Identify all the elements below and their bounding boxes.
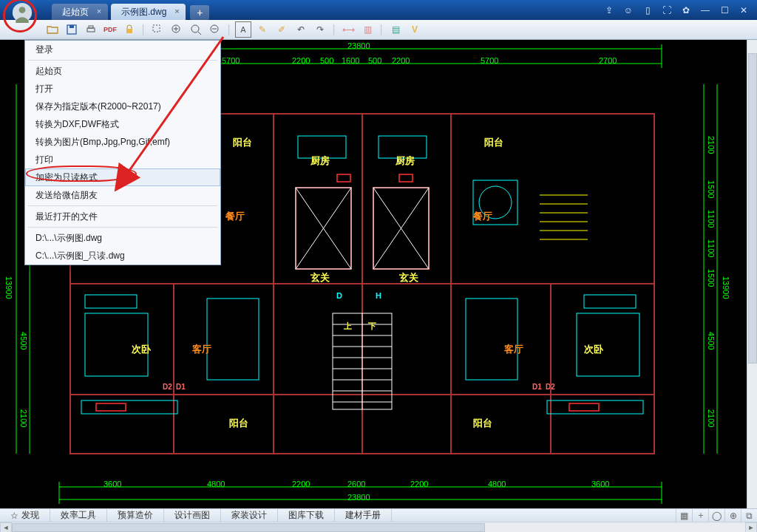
separator: │ <box>140 21 146 38</box>
zoom-out-icon[interactable] <box>207 21 223 38</box>
close-window-icon[interactable]: ✕ <box>738 5 750 16</box>
vertical-scrollbar[interactable] <box>747 40 757 508</box>
close-icon[interactable]: × <box>172 7 181 16</box>
print-icon[interactable] <box>83 21 99 38</box>
dim-label: 4800 <box>207 480 225 488</box>
status-efficiency[interactable]: 效率工具 <box>50 509 107 522</box>
separator: │ <box>226 21 232 38</box>
svg-rect-64 <box>337 174 350 182</box>
menu-recent-2[interactable]: C:\...\示例图_只读.dwg <box>25 247 220 265</box>
status-design[interactable]: 设计画图 <box>164 509 221 522</box>
menu-convert-image[interactable]: 转换为图片(Bmp,Jpg,Png,Gif,emf) <box>25 133 220 151</box>
measure-icon[interactable]: ⟷ <box>340 21 356 38</box>
star-icon: ☆ <box>10 511 18 521</box>
menu-login[interactable]: 登录 <box>25 41 220 58</box>
layers-icon[interactable]: ▤ <box>387 21 404 38</box>
zoom-window-icon[interactable] <box>149 21 166 38</box>
tab-label: 示例图.dwg <box>121 6 166 18</box>
room-label-balcony: 阳台 <box>484 136 503 149</box>
zoom-fit-icon[interactable] <box>188 21 204 38</box>
minimize-icon[interactable]: — <box>699 5 711 16</box>
room-label-kitchen: 厨房 <box>310 154 330 168</box>
open-icon[interactable] <box>44 21 61 38</box>
dim-label: 1100 <box>707 239 716 257</box>
scrollbar-thumb[interactable] <box>12 523 485 532</box>
pdf-icon[interactable]: PDF <box>102 21 118 38</box>
dim-label: 4500 <box>19 332 28 349</box>
circle-icon[interactable]: ◯ <box>708 509 724 522</box>
dim-label: 2200 <box>410 480 428 488</box>
dim-label: 2600 <box>347 480 365 488</box>
room-label-balcony: 阳台 <box>473 417 492 430</box>
target-icon[interactable]: ⊕ <box>724 509 741 522</box>
scrollbar-thumb[interactable] <box>748 53 757 364</box>
menu-send-wechat[interactable]: 发送给微信朋友 <box>25 186 220 204</box>
status-home-design[interactable]: 家装设计 <box>221 509 278 522</box>
close-icon[interactable]: × <box>95 7 103 16</box>
fullscreen-icon[interactable]: ⛶ <box>661 5 673 16</box>
dim-label: 2200 <box>292 56 310 65</box>
titlebar: 起始页 × 示例图.dwg × + ⇪ ☺ ▯ ⛶ ✿ — ☐ ✕ <box>0 0 757 20</box>
status-budget[interactable]: 预算造价 <box>107 509 164 522</box>
tab-label: 起始页 <box>62 6 89 18</box>
dim-label: 1500 <box>707 180 716 198</box>
add-tab-button[interactable]: + <box>190 5 209 20</box>
redo-icon[interactable]: ↷ <box>312 21 328 38</box>
share-icon[interactable]: ⇪ <box>603 5 615 16</box>
room-label-kitchen: 厨房 <box>396 154 415 168</box>
lock-icon[interactable] <box>121 21 138 38</box>
menu-encrypt-readonly[interactable]: 加密为只读格式 <box>25 168 220 186</box>
mobile-icon[interactable]: ▯ <box>642 5 654 16</box>
menu-print[interactable]: 打印 <box>25 151 220 168</box>
maximize-icon[interactable]: ☐ <box>719 5 730 16</box>
svg-rect-5 <box>89 26 93 28</box>
horizontal-scrollbar[interactable]: ◄ ► <box>0 522 757 532</box>
scroll-right-icon[interactable]: ► <box>745 522 757 533</box>
copy-icon[interactable]: ⧉ <box>741 509 757 522</box>
dim-label: 2700 <box>599 56 617 65</box>
wechat-icon[interactable]: ☺ <box>622 5 634 16</box>
menu-save-as-version[interactable]: 保存为指定版本(R2000~R2017) <box>25 98 220 115</box>
pencil-icon[interactable]: ✎ <box>254 21 271 38</box>
dim-left-total: 13900 <box>4 276 13 299</box>
svg-rect-34 <box>85 295 137 308</box>
svg-rect-3 <box>69 25 74 28</box>
highlighter-icon[interactable]: ✐ <box>274 21 290 38</box>
ruler-icon[interactable]: ▥ <box>359 21 376 38</box>
d1-mark: D1 <box>532 383 542 391</box>
scroll-left-icon[interactable]: ◄ <box>0 522 12 533</box>
menu-recent-1[interactable]: D:\...\示例图.dwg <box>25 229 220 247</box>
plus-icon[interactable]: ＋ <box>692 509 708 522</box>
menu-recent-files[interactable]: 最近打开的文件 <box>25 208 220 225</box>
tab-start-page[interactable]: 起始页 × <box>52 4 108 20</box>
status-materials[interactable]: 建材手册 <box>335 509 392 522</box>
undo-icon[interactable]: ↶ <box>293 21 309 38</box>
dim-label: 500 <box>320 56 333 65</box>
dim-label: 500 <box>368 56 381 65</box>
zoom-in-icon[interactable] <box>169 21 185 38</box>
scrollbar-track[interactable] <box>12 522 745 533</box>
grid-icon[interactable]: ▦ <box>676 509 692 522</box>
avatar-wrap <box>0 0 44 20</box>
menu-convert-dxf[interactable]: 转换为DXF,DWF格式 <box>25 115 220 133</box>
settings-icon[interactable]: ✿ <box>680 5 692 16</box>
room-label-dining: 餐厅 <box>473 210 492 223</box>
vip-icon[interactable]: V <box>407 21 423 38</box>
dim-bottom-total: 23800 <box>347 493 370 502</box>
menu-open[interactable]: 打开 <box>25 80 220 98</box>
tab-example-dwg[interactable]: 示例图.dwg × <box>111 4 186 20</box>
stair-down-label: 下 <box>368 321 376 332</box>
svg-rect-65 <box>399 174 413 182</box>
menu-start-page[interactable]: 起始页 <box>25 62 220 80</box>
save-icon[interactable] <box>64 21 80 38</box>
svg-rect-62 <box>96 403 126 411</box>
dim-label: 4800 <box>488 480 506 488</box>
status-gallery[interactable]: 图库下载 <box>278 509 335 522</box>
dim-label: 1100 <box>707 210 716 228</box>
dim-label: 2100 <box>19 409 28 427</box>
text-tool-icon[interactable]: A <box>235 21 251 38</box>
dim-label: 2200 <box>292 480 310 488</box>
status-discover[interactable]: ☆ 发现 <box>0 509 50 522</box>
user-avatar-button[interactable] <box>7 0 37 20</box>
status-right-controls: ▦ ＋ ◯ ⊕ ⧉ <box>676 509 757 522</box>
